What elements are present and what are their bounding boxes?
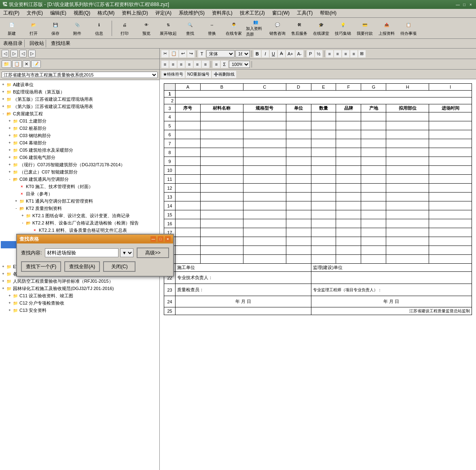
cell-11-4[interactable]	[311, 175, 336, 184]
cell-12-1[interactable]	[200, 184, 243, 193]
close-dialog-btn[interactable]: 关闭(C)	[103, 261, 135, 272]
toolbar-btn-打开[interactable]: 📂打开	[23, 19, 44, 38]
cell-7-2[interactable]	[243, 139, 286, 148]
cell-20-0[interactable]	[176, 255, 201, 264]
footer-quality-inspector[interactable]: 质量检查员：	[176, 284, 311, 296]
search-dropdown[interactable]: ▼	[120, 248, 133, 257]
tree-item-19[interactable]: -📂KT2.2 材料、设备出厂合格证及进场检验（检测）报告	[1, 219, 159, 227]
para-btn[interactable]: P	[307, 50, 314, 57]
cell-9-0[interactable]	[176, 157, 201, 166]
tree-item-11[interactable]: +📁（现行）C07JS智能建筑部分（DGJ32/TJ178-2014）	[1, 161, 159, 168]
cell-14-4[interactable]	[311, 201, 336, 210]
fraction-btn[interactable]: ½	[315, 50, 322, 57]
align-left-btn[interactable]: ≡	[326, 50, 333, 57]
fmt2-btn4[interactable]: ≡	[186, 61, 193, 68]
menu-item-W[interactable]: 窗口(W)	[271, 9, 291, 17]
delete-btn[interactable]: ✕	[23, 60, 30, 68]
cell-4-1[interactable]	[200, 112, 243, 121]
cell-15-5[interactable]	[336, 210, 361, 219]
zoom-select[interactable]: 100%	[229, 61, 250, 68]
cell-7-3[interactable]	[286, 139, 311, 148]
tree-item-12[interactable]: +📁（已废止）C07 智能建筑部分	[1, 168, 159, 176]
tree-item-30[interactable]: +📁C12 分户专项检查验收	[1, 299, 159, 307]
cell-20-3[interactable]	[286, 255, 311, 264]
cell-10-3[interactable]	[286, 166, 311, 175]
table-btn[interactable]: ⊞	[358, 50, 366, 57]
cell-5-4[interactable]	[311, 121, 336, 130]
tree-item-31[interactable]: +📁C13 安全资料	[1, 307, 159, 314]
font-color-btn[interactable]: A+	[286, 50, 295, 57]
cell-9-7[interactable]	[386, 157, 429, 166]
tree-toggle[interactable]: -	[7, 177, 12, 182]
redo-btn[interactable]: ↪	[187, 50, 195, 57]
search-input[interactable]	[45, 248, 118, 257]
tree-item-18[interactable]: +📁KT2.1 图纸会审、设计交底、设计变更、洽商记录	[1, 212, 159, 219]
cell-19-6[interactable]	[361, 246, 386, 255]
menu-item-D[interactable]: 资料上报(D)	[120, 9, 150, 17]
cell-18-3[interactable]	[286, 237, 311, 246]
toolbar-btn-在线课堂[interactable]: 🎓在线课堂	[311, 19, 331, 38]
tree-toggle[interactable]: +	[1, 286, 6, 291]
cell-14-8[interactable]	[429, 201, 472, 210]
tree-toggle[interactable]: +	[7, 119, 12, 123]
copy-btn[interactable]: 📋	[12, 60, 22, 68]
cell-12-0[interactable]	[176, 184, 201, 193]
find-next-btn[interactable]: 查找下一个(F)	[21, 261, 61, 272]
edit-btn[interactable]: 📝	[31, 60, 41, 68]
cell-10-5[interactable]	[336, 166, 361, 175]
toolbar-btn-销售咨询[interactable]: 💬销售咨询	[267, 19, 288, 38]
cell-9-1[interactable]	[200, 157, 243, 166]
fmt2-btn1[interactable]: ≡	[161, 61, 169, 68]
cell-18-0[interactable]	[176, 237, 201, 246]
special-symbol-btn[interactable]: ★特殊符号	[161, 71, 185, 78]
tree-toggle[interactable]: +	[1, 89, 6, 94]
cell-20-1[interactable]	[200, 255, 243, 264]
cell-13-5[interactable]	[336, 193, 361, 201]
cell-14-1[interactable]	[200, 201, 243, 210]
tree-item-10[interactable]: +📁C06 建筑电气部分	[1, 154, 159, 161]
tree-toggle[interactable]: +	[7, 126, 12, 131]
cell-18-7[interactable]	[386, 237, 429, 246]
cell-12-6[interactable]	[361, 184, 386, 193]
footer-date-right[interactable]: 年 月 日	[311, 296, 472, 307]
cell-11-6[interactable]	[361, 175, 386, 184]
cell-11-8[interactable]	[429, 175, 472, 184]
cell-16-2[interactable]	[243, 219, 286, 228]
menu-item-M[interactable]: 格式(M)	[96, 9, 116, 17]
title-bar-controls[interactable]: — □ ×	[455, 2, 474, 7]
cell-13-6[interactable]	[361, 193, 386, 201]
cell-19-2[interactable]	[243, 246, 286, 255]
cell-6-4[interactable]	[311, 130, 336, 139]
toolbar-btn-待办事项[interactable]: 📋待办事项	[398, 19, 419, 38]
cell-13-3[interactable]	[286, 193, 311, 201]
tree-toggle[interactable]: +	[1, 104, 6, 109]
cell-16-6[interactable]	[361, 219, 386, 228]
tree-item-2[interactable]: +📁（第五版）江苏省建设工程监理现场用表	[1, 95, 159, 103]
cell-13-7[interactable]	[386, 193, 429, 201]
nav-next-btn[interactable]: ▷	[11, 50, 18, 57]
cell-13-8[interactable]	[429, 193, 472, 201]
cell-8-0[interactable]	[176, 148, 201, 157]
tree-toggle[interactable]: +	[1, 82, 6, 87]
fmt2-btn7[interactable]: ≡	[213, 61, 220, 68]
find-all-btn[interactable]: 查找全部(A)	[64, 261, 100, 272]
italic-btn[interactable]: I	[262, 50, 269, 57]
cell-19-8[interactable]	[429, 246, 472, 255]
tree-item-14[interactable]: ×KT0 施工、技术管理资料（封面）	[1, 183, 159, 190]
toolbar-btn-售后服务[interactable]: 🛠售后服务	[289, 19, 309, 38]
cell-12-7[interactable]	[386, 184, 429, 193]
cell-14-0[interactable]	[176, 201, 201, 210]
tree-toggle[interactable]: +	[7, 133, 12, 138]
fmt2-btn8[interactable]: Σ	[221, 61, 228, 68]
tree-item-28[interactable]: +📁园林绿化工程施工及验收规范(DGJ32/TJ 201-2016)	[1, 285, 159, 292]
underline-btn[interactable]: U	[270, 50, 277, 57]
font-select[interactable]: 宋体	[206, 50, 235, 57]
strikethrough-btn[interactable]: A̶	[278, 50, 285, 57]
toolbar-btn-预览[interactable]: 👁预览	[136, 19, 157, 38]
cell-4-5[interactable]	[336, 112, 361, 121]
tree-item-0[interactable]: +📁A建设单位	[1, 81, 159, 88]
cell-5-8[interactable]	[429, 121, 472, 130]
cell-15-3[interactable]	[286, 210, 311, 219]
cell-10-8[interactable]	[429, 166, 472, 175]
tree-item-9[interactable]: +📁C05 建筑给排水及采暖部分	[1, 146, 159, 154]
